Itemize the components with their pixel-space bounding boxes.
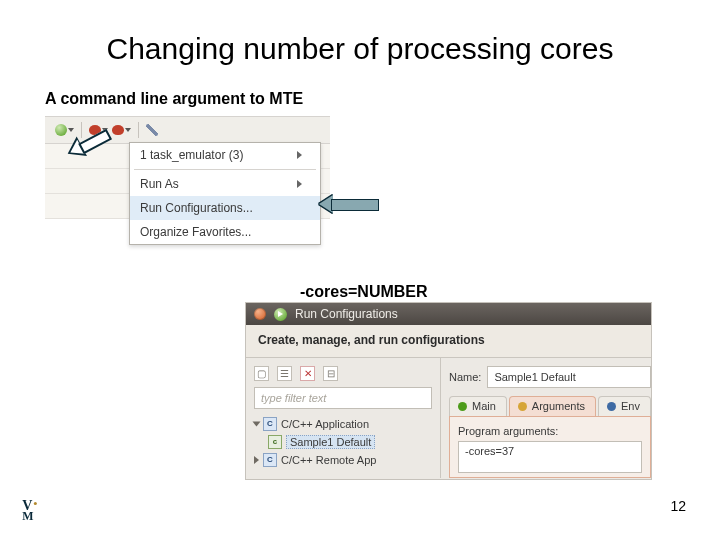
menu-item-label: Run As <box>140 177 179 191</box>
menu-item-run-as[interactable]: Run As <box>130 172 320 196</box>
debug-button-2[interactable] <box>112 125 131 135</box>
config-tabs: Main Arguments Env <box>449 396 651 416</box>
tree-node-label: C/C++ Remote App <box>281 454 376 466</box>
close-icon[interactable] <box>254 308 266 320</box>
arguments-tab-panel: Program arguments: -cores=37 <box>449 416 651 478</box>
run-icon <box>55 124 67 136</box>
bug-icon <box>112 125 124 135</box>
dialog-right-panel: Name: Sample1 Default Main Arguments <box>441 358 651 478</box>
run-icon <box>274 308 287 321</box>
tree-node-cpp-application[interactable]: C C/C++ Application <box>254 415 432 433</box>
menu-item-organize-favorites[interactable]: Organize Favorites... <box>130 220 320 244</box>
tab-main[interactable]: Main <box>449 396 507 416</box>
submenu-arrow-icon <box>297 151 302 159</box>
dialog-header: Create, manage, and run configurations <box>246 325 651 358</box>
tab-label: Env <box>621 400 640 412</box>
duplicate-config-icon[interactable]: ☰ <box>277 366 292 381</box>
tab-env[interactable]: Env <box>598 396 651 416</box>
collapse-icon[interactable]: ⊟ <box>323 366 338 381</box>
dialog-left-panel: ▢ ☰ ✕ ⊟ type filter text C C/C++ Applica… <box>246 358 441 478</box>
tool-button[interactable] <box>146 124 158 136</box>
menu-item-label: Run Configurations... <box>140 201 253 215</box>
tree-twisty-icon <box>254 456 259 464</box>
name-label: Name: <box>449 371 481 383</box>
tree-node-label: Sample1 Default <box>286 435 375 449</box>
tree-node-sample1-default[interactable]: c Sample1 Default <box>268 433 432 451</box>
submenu-arrow-icon <box>297 180 302 188</box>
callout-arrow-to-run-configurations <box>319 196 379 212</box>
dialog-titlebar: Run Configurations <box>246 303 651 325</box>
tab-label: Arguments <box>532 400 585 412</box>
tree-node-cpp-remote[interactable]: C C/C++ Remote App <box>254 451 432 469</box>
menu-item-run-configurations[interactable]: Run Configurations... <box>130 196 320 220</box>
tab-arguments[interactable]: Arguments <box>509 396 596 416</box>
chevron-down-icon <box>68 128 74 132</box>
slide-subtitle: A command line argument to MTE <box>45 90 303 108</box>
wrench-icon <box>146 124 158 136</box>
config-toolbar: ▢ ☰ ✕ ⊟ <box>254 366 432 381</box>
run-button[interactable] <box>55 124 74 136</box>
eclipse-toolbar-screenshot: 1 task_emulator (3) Run As Run Configura… <box>45 116 330 266</box>
tab-icon <box>458 402 467 411</box>
menu-item-label: Organize Favorites... <box>140 225 251 239</box>
dialog-window-title: Run Configurations <box>295 307 398 321</box>
new-config-icon[interactable]: ▢ <box>254 366 269 381</box>
c-app-icon: C <box>263 417 277 431</box>
tree-twisty-icon <box>253 422 261 427</box>
program-arguments-label: Program arguments: <box>458 425 642 437</box>
slide-title: Changing number of processing cores <box>0 32 720 66</box>
dialog-header-text: Create, manage, and run configurations <box>258 333 639 347</box>
menu-item-label: 1 task_emulator (3) <box>140 148 243 162</box>
run-configurations-dialog-screenshot: Run Configurations Create, manage, and r… <box>245 302 652 480</box>
name-field[interactable]: Sample1 Default <box>487 366 651 388</box>
chevron-down-icon <box>125 128 131 132</box>
svg-point-2 <box>34 502 37 505</box>
run-dropdown-menu: 1 task_emulator (3) Run As Run Configura… <box>129 142 321 245</box>
filter-placeholder: type filter text <box>261 392 326 404</box>
run-config-icon: c <box>268 435 282 449</box>
tab-icon <box>518 402 527 411</box>
config-tree: C C/C++ Application c Sample1 Default C … <box>254 415 432 469</box>
menu-item-task-emulator[interactable]: 1 task_emulator (3) <box>130 143 320 167</box>
tab-label: Main <box>472 400 496 412</box>
program-arguments-field[interactable]: -cores=37 <box>458 441 642 473</box>
program-arguments-value: -cores=37 <box>465 445 514 457</box>
filter-input[interactable]: type filter text <box>254 387 432 409</box>
organization-logo: V M <box>18 496 44 522</box>
delete-config-icon[interactable]: ✕ <box>300 366 315 381</box>
c-app-icon: C <box>263 453 277 467</box>
tab-icon <box>607 402 616 411</box>
name-field-value: Sample1 Default <box>494 371 575 383</box>
cores-argument-label: -cores=NUMBER <box>300 283 428 301</box>
page-number: 12 <box>670 498 686 514</box>
svg-text:M: M <box>22 509 33 522</box>
tree-node-label: C/C++ Application <box>281 418 369 430</box>
